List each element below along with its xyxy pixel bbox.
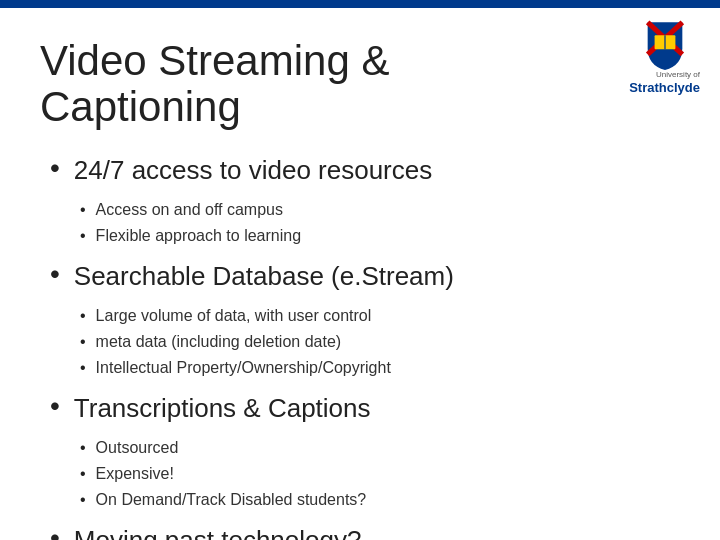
main-bullet-3: • Transcriptions & Captions bbox=[50, 392, 680, 426]
sub-dot-2-2: • bbox=[80, 330, 86, 354]
university-label: University of bbox=[629, 70, 700, 80]
logo-text: University of Strathclyde bbox=[629, 70, 700, 95]
main-bullet-4: • Moving past technology? bbox=[50, 524, 680, 540]
sub-text-3-2: Expensive! bbox=[96, 462, 174, 486]
slide-container: University of Strathclyde Video Streamin… bbox=[0, 8, 720, 540]
sub-dot-3-2: • bbox=[80, 462, 86, 486]
sub-bullet-3-3: • On Demand/Track Disabled students? bbox=[80, 488, 680, 512]
bullet-text-3: Transcriptions & Captions bbox=[74, 392, 371, 426]
sub-bullet-2-3: • Intellectual Property/Ownership/Copyri… bbox=[80, 356, 680, 380]
main-bullet-wrapper-3: • Transcriptions & Captions • Outsourced… bbox=[50, 392, 680, 512]
sub-dot-2-3: • bbox=[80, 356, 86, 380]
sub-bullet-3-2: • Expensive! bbox=[80, 462, 680, 486]
sub-bullet-1-2: • Flexible approach to learning bbox=[80, 224, 680, 248]
slide-title: Video Streaming & Captioning bbox=[40, 38, 680, 130]
sub-dot-1-2: • bbox=[80, 224, 86, 248]
sub-text-2-1: Large volume of data, with user control bbox=[96, 304, 372, 328]
main-bullet-wrapper-1: • 24/7 access to video resources • Acces… bbox=[50, 154, 680, 248]
bullet-text-2: Searchable Database (e.Stream) bbox=[74, 260, 454, 294]
bullet-dot-1: • bbox=[50, 150, 60, 186]
sub-bullet-2-2: • meta data (including deletion date) bbox=[80, 330, 680, 354]
sub-dot-2-1: • bbox=[80, 304, 86, 328]
sub-text-3-3: On Demand/Track Disabled students? bbox=[96, 488, 367, 512]
sub-dot-1-1: • bbox=[80, 198, 86, 222]
main-bullet-wrapper-2: • Searchable Database (e.Stream) • Large… bbox=[50, 260, 680, 380]
sub-text-1-1: Access on and off campus bbox=[96, 198, 283, 222]
sub-bullets-1: • Access on and off campus • Flexible ap… bbox=[50, 198, 680, 248]
bullet-dot-4: • bbox=[50, 520, 60, 540]
university-name: Strathclyde bbox=[629, 80, 700, 96]
top-bar bbox=[0, 0, 720, 8]
sub-text-1-2: Flexible approach to learning bbox=[96, 224, 301, 248]
sub-dot-3-1: • bbox=[80, 436, 86, 460]
main-bullet-2: • Searchable Database (e.Stream) bbox=[50, 260, 680, 294]
main-bullet-wrapper-4: • Moving past technology? bbox=[50, 524, 680, 540]
content-area: • 24/7 access to video resources • Acces… bbox=[40, 154, 680, 540]
sub-dot-3-3: • bbox=[80, 488, 86, 512]
logo-area: University of Strathclyde bbox=[629, 18, 700, 95]
bullet-dot-2: • bbox=[50, 256, 60, 292]
sub-text-2-3: Intellectual Property/Ownership/Copyrigh… bbox=[96, 356, 391, 380]
sub-text-2-2: meta data (including deletion date) bbox=[96, 330, 342, 354]
bullet-dot-3: • bbox=[50, 388, 60, 424]
sub-bullets-2: • Large volume of data, with user contro… bbox=[50, 304, 680, 380]
university-logo-icon bbox=[639, 18, 691, 70]
sub-bullets-3: • Outsourced • Expensive! • On Demand/Tr… bbox=[50, 436, 680, 512]
sub-bullet-3-1: • Outsourced bbox=[80, 436, 680, 460]
main-bullet-1: • 24/7 access to video resources bbox=[50, 154, 680, 188]
sub-bullet-2-1: • Large volume of data, with user contro… bbox=[80, 304, 680, 328]
sub-text-3-1: Outsourced bbox=[96, 436, 179, 460]
sub-bullet-1-1: • Access on and off campus bbox=[80, 198, 680, 222]
bullet-text-4: Moving past technology? bbox=[74, 524, 362, 540]
bullet-text-1: 24/7 access to video resources bbox=[74, 154, 432, 188]
